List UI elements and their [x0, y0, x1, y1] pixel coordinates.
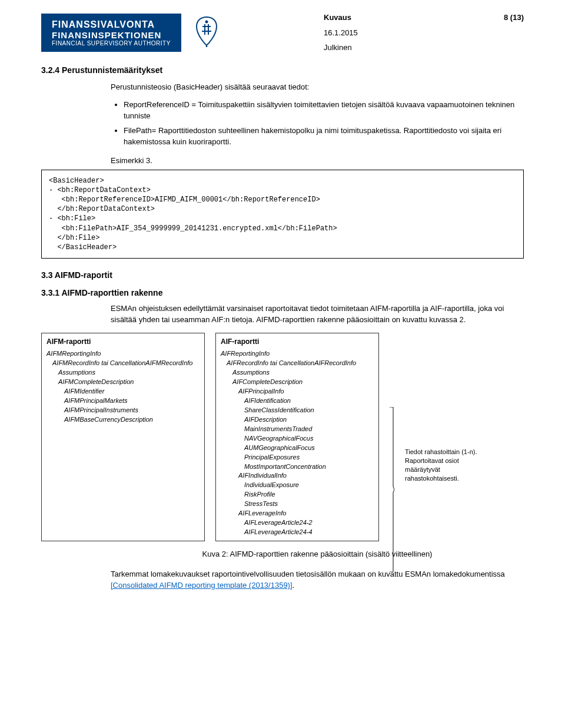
logo-line-2: FINANSINSPEKTIONEN [52, 30, 171, 40]
diagram-side-note: Tiedot rahastoittain (1-n). Raportoitava… [405, 448, 487, 482]
diagram: AIFM-raportti AIFMReportingInfo AIFMReco… [41, 333, 524, 541]
doc-meta: Kuvaus 8 (13) 16.1.2015 Julkinen [324, 12, 524, 54]
diagram-item: AUMGeographicalFocus [221, 444, 374, 453]
diagram-item: AIFLeverageArticle24-2 [221, 518, 374, 528]
crest-icon [192, 16, 221, 49]
diagram-item: PrincipalExposures [221, 453, 374, 462]
meta-julkinen: Julkinen [324, 42, 524, 54]
example-3-label: Esimerkki 3. [111, 156, 524, 165]
diagram-item: AIFRecordInfo tai CancellationAIFRecordI… [221, 359, 374, 368]
diagram-item: AIFMIdentifier [46, 387, 200, 396]
diagram-item: MostImportantConcentration [221, 462, 374, 472]
diagram-item: AIFMCompleteDescription [46, 378, 200, 387]
diagram-item: NAVGeographicalFocus [221, 434, 374, 444]
diagram-item: AIFMPrincipalMarkets [46, 396, 200, 406]
s331-para: ESMAn ohjeistuksen edellyttämät varsinai… [111, 303, 524, 326]
aifm-report-box: AIFM-raportti AIFMReportingInfo AIFMReco… [41, 333, 205, 541]
diagram-item: Assumptions [46, 368, 200, 378]
diagram-item: AIFMBaseCurrencyDescription [46, 415, 200, 425]
meta-date: 16.1.2015 [324, 27, 524, 39]
logo-line-3: FINANCIAL SUPERVISORY AUTHORITY [52, 40, 171, 47]
diagram-item: AIFCompleteDescription [221, 378, 374, 387]
s324-bullet-1: ReportReferenceID = Toimituspakettiin si… [124, 100, 524, 122]
logo-line-1: FINANSSIVALVONTA [52, 19, 171, 30]
s324-bullet-2: FilePath= Raporttitiedoston suhteellinen… [124, 125, 524, 148]
aifm-title: AIFM-raportti [46, 337, 200, 347]
diagram-item: AIFPrincipalInfo [221, 387, 374, 396]
esma-template-link[interactable]: [Consolidated AIFMD reporting template (… [111, 581, 293, 590]
svg-point-0 [205, 21, 208, 24]
diagram-item: AIFLeverageInfo [221, 509, 374, 518]
diagram-item: AIFMReportingInfo [46, 349, 200, 359]
bracket-icon [390, 348, 394, 541]
diagram-item: AIFMPrincipalInstruments [46, 406, 200, 415]
diagram-item: IndividualExposure [221, 481, 374, 490]
diagram-item: RiskProfile [221, 490, 374, 499]
diagram-item: AIFIdentification [221, 396, 374, 406]
diagram-item: Assumptions [221, 368, 374, 378]
basicheader-code-example: <BasicHeader> - <bh:ReportDataContext> <… [41, 170, 524, 259]
s324-intro: Perustunnisteosio (BasicHeader) sisältää… [111, 82, 524, 93]
footer-text-before: Tarkemmat lomakekuvaukset raportointivel… [111, 570, 505, 578]
meta-page: 8 (13) [504, 12, 524, 24]
s324-bullets: ReportReferenceID = Toimituspakettiin si… [111, 100, 524, 147]
diagram-item: MainInstrumentsTraded [221, 425, 374, 434]
section-3-2-4-heading: 3.2.4 Perustunnistemääritykset [41, 65, 524, 75]
diagram-item: AIFMRecordInfo tai CancellationAIFMRecor… [46, 359, 200, 368]
diagram-item: StressTests [221, 499, 374, 509]
diagram-item: AIFIndividualInfo [221, 471, 374, 481]
diagram-item: AIFDescription [221, 415, 374, 425]
figure-2-caption: Kuva 2: AIFMD-raporttien rakenne pääosio… [111, 550, 524, 558]
footer-text-after: . [293, 581, 295, 590]
diagram-item: ShareClassIdentification [221, 406, 374, 415]
document-header: FINANSSIVALVONTA FINANSINSPEKTIONEN FINA… [41, 12, 524, 54]
aif-title: AIF-raportti [221, 337, 374, 347]
aif-report-box: AIF-raportti AIFReportingInfo AIFRecordI… [215, 333, 379, 541]
section-3-3-heading: 3.3 AIFMD-raportit [41, 270, 524, 280]
logo: FINANSSIVALVONTA FINANSINSPEKTIONEN FINA… [41, 14, 181, 52]
section-3-3-1-heading: 3.3.1 AIFMD-raporttien rakenne [41, 288, 524, 297]
footer-para: Tarkemmat lomakekuvaukset raportointivel… [111, 569, 524, 591]
diagram-item: AIFReportingInfo [221, 349, 374, 359]
meta-kuvaus: Kuvaus [324, 12, 351, 24]
diagram-item: AIFLeverageArticle24-4 [221, 528, 374, 537]
